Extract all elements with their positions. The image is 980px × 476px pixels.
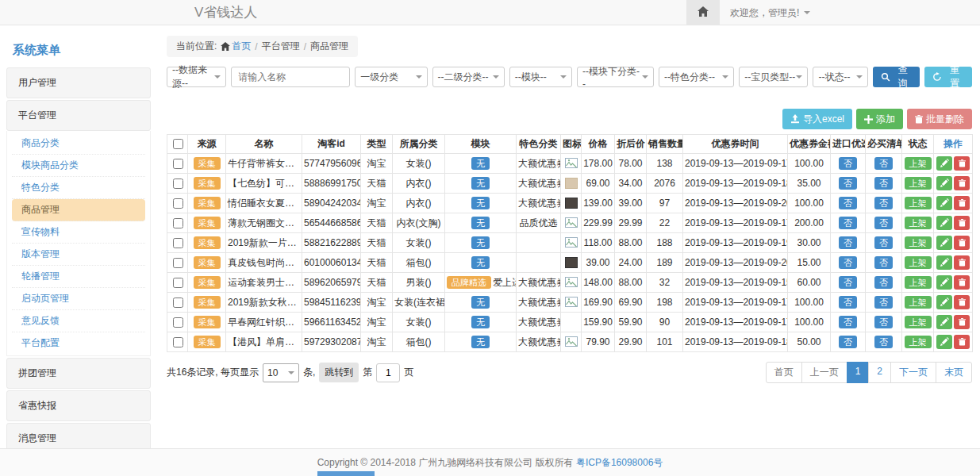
status-toggle[interactable]: 上架 [905,217,932,229]
import-select-toggle[interactable]: 否 [839,256,857,269]
edit-button[interactable] [936,295,952,309]
row-checkbox[interactable] [173,317,183,328]
sidebar-item-message-mgmt[interactable]: 消息管理 [6,423,151,448]
row-checkbox[interactable] [173,278,183,288]
level1-category-select[interactable]: 一级分类 [355,67,427,87]
row-checkbox[interactable] [173,238,183,248]
item-type-select[interactable]: --宝贝类型-- [739,67,808,87]
must-buy-toggle[interactable]: 否 [874,217,893,229]
import-select-toggle[interactable]: 否 [839,157,857,170]
jump-button[interactable]: 跳转到 [319,363,359,382]
status-toggle[interactable]: 上架 [905,316,932,328]
sidebar-item-feature-category[interactable]: 特色分类 [12,177,145,199]
edit-button[interactable] [936,255,952,270]
page-2-button[interactable]: 2 [868,362,891,383]
sidebar-item-splash-mgmt[interactable]: 启动页管理 [12,288,145,310]
delete-button[interactable] [954,236,970,250]
icp-link[interactable]: 粤ICP备16098006号 [576,456,663,470]
user-menu[interactable]: 欢迎您，管理员! [730,0,810,25]
must-buy-toggle[interactable]: 否 [874,197,893,209]
must-buy-toggle[interactable]: 否 [874,296,893,309]
add-button[interactable]: 添加 [856,109,903,129]
sidebar-item-saving-news[interactable]: 省惠快报 [6,390,151,421]
delete-button[interactable] [954,335,970,349]
must-buy-toggle[interactable]: 否 [874,157,893,170]
delete-button[interactable] [954,216,970,230]
row-checkbox[interactable] [173,337,183,347]
last-page-button[interactable]: 末页 [936,362,972,383]
sidebar-item-module-product-category[interactable]: 模块商品分类 [12,155,145,177]
status-toggle[interactable]: 上架 [905,296,932,309]
level2-category-select[interactable]: --二级分类-- [432,67,505,87]
status-toggle[interactable]: 上架 [905,256,932,269]
edit-button[interactable] [936,335,952,349]
product-thumbnail[interactable] [565,198,578,209]
select-all-checkbox[interactable] [173,139,183,149]
import-select-toggle[interactable]: 否 [839,197,857,209]
sidebar-item-user-mgmt[interactable]: 用户管理 [6,67,151,98]
delete-button[interactable] [954,156,970,171]
edit-button[interactable] [936,236,952,250]
must-buy-toggle[interactable]: 否 [874,236,893,249]
must-buy-toggle[interactable]: 否 [874,336,893,348]
jump-page-input[interactable] [376,363,400,382]
sidebar-item-promo-material[interactable]: 宣传物料 [12,221,145,244]
status-toggle[interactable]: 上架 [905,236,932,249]
import-select-toggle[interactable]: 否 [839,177,857,190]
must-buy-toggle[interactable]: 否 [874,316,893,328]
product-image-icon[interactable] [565,297,578,308]
delete-button[interactable] [954,275,970,290]
must-buy-toggle[interactable]: 否 [874,256,893,269]
sidebar-item-product-category[interactable]: 商品分类 [12,132,145,155]
sidebar-item-group-buy-mgmt[interactable]: 拼团管理 [6,358,151,389]
row-checkbox[interactable] [173,298,183,308]
status-select[interactable]: --状态-- [813,67,867,87]
import-select-toggle[interactable]: 否 [839,296,857,309]
query-button[interactable]: 查询 [873,67,920,87]
import-select-toggle[interactable]: 否 [839,316,857,328]
first-page-button[interactable]: 首页 [766,362,802,383]
sidebar-item-product-mgmt[interactable]: 商品管理 [12,199,145,221]
edit-button[interactable] [936,275,952,290]
next-page-button[interactable]: 下一页 [890,362,936,383]
sidebar-item-carousel-mgmt[interactable]: 轮播管理 [12,266,145,288]
status-toggle[interactable]: 上架 [905,197,932,209]
status-toggle[interactable]: 上架 [905,336,932,348]
module-select[interactable]: --模块-- [509,67,572,87]
edit-button[interactable] [936,176,952,190]
reset-button[interactable]: 重置 [924,67,972,87]
edit-button[interactable] [936,216,952,230]
row-checkbox[interactable] [173,258,183,268]
delete-button[interactable] [954,295,970,309]
delete-button[interactable] [954,255,970,270]
row-checkbox[interactable] [173,218,183,228]
product-image-icon[interactable] [565,158,578,169]
delete-button[interactable] [954,315,970,329]
edit-button[interactable] [936,315,952,329]
feature-category-select[interactable]: --特色分类-- [659,67,734,87]
status-toggle[interactable]: 上架 [905,157,932,170]
name-search-input[interactable] [231,67,350,87]
delete-button[interactable] [954,176,970,190]
nav-home-button[interactable] [686,0,720,25]
edit-button[interactable] [936,156,952,171]
sidebar-item-platform-mgmt[interactable]: 平台管理 [6,100,151,131]
data-source-select[interactable]: --数据来源-- [167,67,226,87]
status-toggle[interactable]: 上架 [905,177,932,190]
batch-delete-button[interactable]: 批量删除 [907,109,972,129]
row-checkbox[interactable] [173,178,183,189]
product-image-icon[interactable] [565,217,578,228]
sidebar-item-platform-config[interactable]: 平台配置 [12,332,145,354]
row-checkbox[interactable] [173,159,183,169]
product-thumbnail[interactable] [565,178,578,189]
sidebar-item-feedback[interactable]: 意见反馈 [12,310,145,332]
import-select-toggle[interactable]: 否 [839,236,857,249]
import-select-toggle[interactable]: 否 [839,336,857,348]
page-1-button[interactable]: 1 [847,362,870,383]
module-subcategory-select[interactable]: --模块下分类-- [577,67,654,87]
product-thumbnail[interactable] [565,257,578,268]
edit-button[interactable] [936,196,952,210]
delete-button[interactable] [954,196,970,210]
page-size-select[interactable]: 10 [263,363,299,382]
row-checkbox[interactable] [173,198,183,209]
